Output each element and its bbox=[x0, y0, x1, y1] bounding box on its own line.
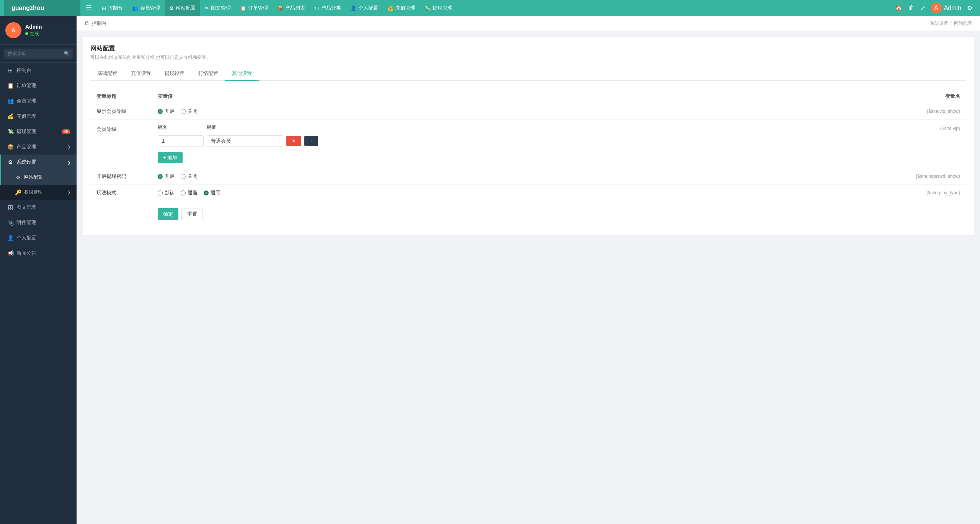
radio-label-on[interactable]: 开启 bbox=[158, 108, 175, 115]
reset-button[interactable]: 重置 bbox=[181, 208, 203, 220]
nav-item-members[interactable]: 👥 会员管理 bbox=[127, 0, 165, 16]
sidebar-item-orders[interactable]: 📋 订单管理 bbox=[0, 78, 77, 93]
recharge-icon: 💰 bbox=[7, 113, 13, 119]
trash-icon[interactable]: 🗑 bbox=[908, 5, 915, 11]
radio-group-play-type: 默认 通赢 通亏 bbox=[158, 189, 759, 196]
nav-toggle[interactable]: ☰ bbox=[80, 0, 97, 16]
radio-group-mpsswd: 开启 关闭 bbox=[158, 173, 759, 180]
sidebar-item-products[interactable]: 📦 产品管理 ❯ bbox=[0, 139, 77, 155]
content-area: 🖥 控制台 系统设置 / 网站配置 网站配置 可以在此增改系统的变量和分组,也可… bbox=[77, 16, 980, 524]
tab-withdraw[interactable]: 提现设置 bbox=[158, 67, 191, 81]
members-icon: 👥 bbox=[7, 98, 13, 104]
col-label-value: 键值 bbox=[207, 124, 283, 131]
radio-mpsswd-on[interactable] bbox=[158, 174, 163, 179]
row-value-play-type: 默认 通赢 通亏 bbox=[152, 185, 765, 201]
nav-item-dashboard[interactable]: ⊞ 控制台 bbox=[97, 0, 127, 16]
tab-market[interactable]: 行情配置 bbox=[191, 67, 225, 81]
confirm-button[interactable]: 确定 bbox=[158, 208, 178, 220]
sidebar-item-system-settings[interactable]: ⚙ 系统设置 ❯ bbox=[0, 155, 77, 170]
radio-play-tongying[interactable] bbox=[181, 190, 186, 195]
sidebar-item-dashboard[interactable]: ⊞ 控制台 bbox=[0, 63, 77, 78]
brand-text: guangzhou bbox=[11, 5, 44, 11]
row-label-play-type: 玩法模式 bbox=[90, 185, 152, 201]
breadcrumb-link-site-config[interactable]: 网站配置 bbox=[954, 20, 972, 27]
settings-icon[interactable]: ⚙ bbox=[967, 5, 972, 12]
confirm-cell: 确定 重置 bbox=[152, 201, 765, 228]
tab-basic[interactable]: 基础配置 bbox=[90, 67, 124, 81]
sidebar-item-recharge[interactable]: 💰 充值管理 bbox=[0, 109, 77, 124]
nav-item-orders[interactable]: 📋 订单管理 bbox=[235, 0, 273, 16]
radio-label-default[interactable]: 默认 bbox=[158, 189, 175, 196]
radio-vip-show-on[interactable] bbox=[158, 109, 163, 114]
radio-label-mpsswd-on[interactable]: 开启 bbox=[158, 173, 175, 180]
sidebar-item-members[interactable]: 👥 会员管理 bbox=[0, 93, 77, 109]
radio-label-mpsswd-off[interactable]: 关闭 bbox=[181, 173, 198, 180]
add-sub-member-level-button[interactable]: + bbox=[304, 136, 318, 146]
sidebar-item-permissions[interactable]: 🔑 权限管理 ❯ bbox=[0, 185, 77, 200]
top-nav: guangzhou ☰ ⊞ 控制台 👥 会员管理 ⚙ 网站配置 ✏ 图文管理 📋… bbox=[0, 0, 980, 16]
breadcrumb-sep: / bbox=[951, 21, 952, 26]
nav-item-media[interactable]: ✏ 图文管理 bbox=[200, 0, 235, 16]
nav-item-products[interactable]: 📦 产品列表 bbox=[273, 0, 310, 16]
username-label: Admin bbox=[944, 5, 961, 11]
tab-recharge[interactable]: 充值设置 bbox=[124, 67, 158, 81]
sidebar-user: A Admin 在线 bbox=[0, 16, 77, 45]
add-member-level-button[interactable]: + 追加 bbox=[158, 152, 183, 163]
tabs: 基础配置 充值设置 提现设置 行情配置 其他设置 bbox=[90, 67, 966, 81]
nav-item-recharge[interactable]: 💰 充值管理 bbox=[383, 0, 420, 16]
row-label-vip-show: 显示会员等级 bbox=[90, 103, 152, 120]
row-label-mpsswd: 开启提现密码 bbox=[90, 168, 152, 185]
sidebar-item-personal[interactable]: 👤 个人配置 bbox=[0, 230, 77, 246]
sidebar-user-info: Admin 在线 bbox=[25, 24, 42, 37]
withdraw-icon: 💸 bbox=[7, 129, 13, 135]
withdraw-badge: 45 bbox=[62, 129, 70, 134]
nav-item-categories[interactable]: 🏷 产品分类 bbox=[310, 0, 346, 16]
radio-label-tongying[interactable]: 通赢 bbox=[181, 189, 198, 196]
radio-label-off[interactable]: 关闭 bbox=[181, 108, 198, 115]
tab-other[interactable]: 其他设置 bbox=[225, 67, 259, 81]
status-dot bbox=[25, 32, 28, 35]
sidebar-item-announcements[interactable]: 📢 新闻公告 bbox=[0, 246, 77, 261]
chevron-down-icon: ❯ bbox=[67, 160, 70, 164]
add-member-level-wrap: + 追加 bbox=[158, 150, 759, 163]
row-varname-vip-show: {$site.vip_show} bbox=[765, 103, 966, 120]
nav-item-withdraw[interactable]: 💸 提现管理 bbox=[420, 0, 457, 16]
sidebar-search: 🔍 bbox=[0, 45, 77, 63]
table-row: 开启提现密码 开启 关闭 bbox=[90, 168, 966, 185]
nav-item-site-config[interactable]: ⚙ 网站配置 bbox=[165, 0, 200, 16]
search-input[interactable] bbox=[4, 49, 73, 59]
radio-play-tongkui[interactable] bbox=[204, 190, 209, 195]
member-level-form: 键名 键值 ✕ + bbox=[158, 124, 759, 163]
sidebar-item-media[interactable]: 🖼 图文管理 bbox=[0, 200, 77, 215]
site-config-icon: ⚙ bbox=[15, 174, 21, 181]
sidebar-menu: ⊞ 控制台 📋 订单管理 👥 会员管理 💰 充值管理 💸 提现管理 45 � bbox=[0, 63, 77, 524]
breadcrumb-left: 🖥 控制台 bbox=[84, 20, 107, 27]
radio-play-default[interactable] bbox=[158, 190, 163, 195]
page-card: 网站配置 可以在此增改系统的变量和分组,也可以自定义分组和变量。 基础配置 充值… bbox=[83, 37, 974, 235]
home-icon[interactable]: 🏠 bbox=[895, 5, 903, 12]
main-layout: A Admin 在线 🔍 ⊞ 控制台 📋 订单管 bbox=[0, 16, 980, 524]
delete-member-level-button[interactable]: ✕ bbox=[286, 136, 301, 146]
row-varname-vip: {$site.vip} bbox=[765, 120, 966, 168]
sidebar-item-site-config[interactable]: ⚙ 网站配置 bbox=[0, 170, 77, 185]
member-value-input[interactable] bbox=[207, 135, 283, 146]
breadcrumb-icon: 🖥 bbox=[84, 20, 90, 26]
breadcrumb-link-system[interactable]: 系统设置 bbox=[930, 20, 948, 27]
media-icon: 🖼 bbox=[7, 204, 13, 210]
radio-vip-show-off[interactable] bbox=[181, 109, 186, 114]
sidebar-item-attachments[interactable]: 📎 附件管理 bbox=[0, 215, 77, 230]
breadcrumb-bar: 🖥 控制台 系统设置 / 网站配置 bbox=[77, 16, 980, 31]
sidebar-item-withdraw[interactable]: 💸 提现管理 45 bbox=[0, 124, 77, 139]
nav-item-personal[interactable]: 👤 个人配置 bbox=[346, 0, 383, 16]
member-level-row: ✕ + bbox=[158, 135, 759, 146]
radio-label-tongkui[interactable]: 通亏 bbox=[204, 189, 220, 196]
row-varname-play-type: {$site.play_type} bbox=[765, 185, 966, 201]
member-key-input[interactable] bbox=[158, 135, 204, 146]
brand-logo: guangzhou bbox=[4, 0, 80, 16]
nav-right: 🏠 🗑 ⤢ A Admin ⚙ bbox=[895, 3, 976, 13]
radio-mpsswd-off[interactable] bbox=[181, 174, 186, 179]
sidebar: A Admin 在线 🔍 ⊞ 控制台 📋 订单管 bbox=[0, 16, 77, 524]
attachment-icon: 📎 bbox=[7, 220, 13, 226]
expand-icon[interactable]: ⤢ bbox=[920, 5, 925, 12]
breadcrumb-current: 控制台 bbox=[92, 20, 107, 27]
